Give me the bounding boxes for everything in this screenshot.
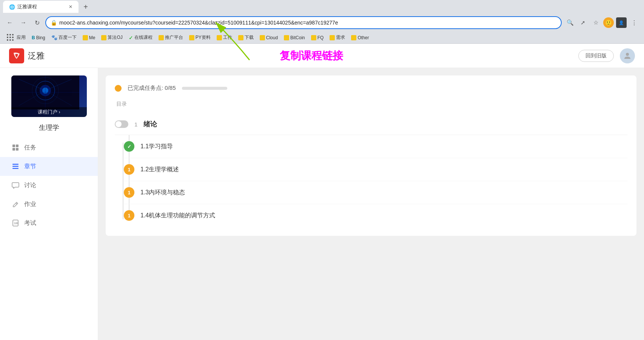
progress-dot [115, 85, 122, 92]
lessons-list: ✓ 1.1学习指导 1 1.2生理学概述 1 1.3内环境与稳态 [115, 135, 627, 227]
lesson-badge-done: ✓ [124, 141, 134, 152]
svg-rect-17 [12, 164, 18, 165]
svg-rect-15 [12, 148, 15, 151]
svg-rect-14 [16, 145, 18, 147]
svg-point-1 [626, 53, 629, 56]
sidebar-item-task[interactable]: 任务 [0, 138, 98, 157]
list-item[interactable]: 1 1.3内环境与稳态 [124, 181, 627, 204]
bookmark-bing[interactable]: B Bing [29, 34, 48, 41]
sidebar-item-discussion[interactable]: 讨论 [0, 176, 98, 195]
back-button[interactable]: ← [5, 17, 15, 28]
folder-icon [83, 35, 88, 40]
sidebar-item-chapter-label: 章节 [24, 163, 36, 171]
tab-close-icon[interactable]: ✕ [69, 4, 72, 9]
sidebar-nav: 任务 章节 [0, 138, 98, 232]
bookmark-apps[interactable]: 应用 [5, 33, 28, 42]
section-label: 目录 [115, 101, 627, 108]
logo-box [9, 48, 24, 63]
sidebar: 课程门户 › 生理学 任务 [0, 68, 98, 340]
bookmark-tuiguang[interactable]: 推广平台 [156, 34, 185, 42]
sidebar-item-exam-label: 考试 [24, 219, 36, 227]
back-old-version-button[interactable]: 回到旧版 [578, 50, 614, 62]
progress-bar [182, 87, 227, 90]
sidebar-item-discussion-label: 讨论 [24, 182, 36, 189]
bookmark-tuiguang-label: 推广平台 [165, 34, 183, 41]
lesson-badge-pending: 1 [124, 164, 134, 175]
lesson-title: 1.4机体生理功能的调节方式 [140, 212, 215, 220]
bookmark-bitcoin-label: BitCoin [290, 35, 305, 40]
folder-icon [189, 35, 194, 40]
baidu-icon: 🐾 [51, 35, 57, 40]
bookmark-me-label: Me [89, 35, 96, 40]
menu-icon[interactable]: ⋮ [629, 17, 639, 28]
extensions-icon[interactable]: 👤 [616, 17, 627, 28]
chapter-title: 绪论 [143, 120, 157, 129]
bookmarks-bar: 应用 B Bing 🐾 百度一下 Me 算法OJ ✓ 在线课程 推广平台 PY资… [0, 32, 644, 44]
logo-text: 泛雅 [28, 50, 45, 62]
bookmark-onlinecourse[interactable]: ✓ 在线课程 [126, 34, 155, 42]
chapter-header[interactable]: 1 绪论 [115, 114, 627, 135]
svg-text:100: 100 [14, 222, 18, 225]
bookmark-apps-label: 应用 [17, 34, 26, 41]
chapter-toggle[interactable] [115, 120, 128, 128]
bookmark-other-label: Other [357, 35, 369, 40]
header-right: 回到旧版 [578, 48, 635, 63]
forward-button[interactable]: → [18, 17, 29, 28]
connector-line [123, 143, 123, 219]
bookmark-baidu[interactable]: 🐾 百度一下 [49, 34, 79, 42]
bing-icon: B [32, 35, 35, 40]
copy-link-label: 复制课程链接 [280, 49, 343, 63]
list-item[interactable]: ✓ 1.1学习指导 [124, 135, 627, 158]
svg-rect-19 [12, 168, 18, 169]
folder-icon [311, 35, 316, 40]
tab-title: 泛雅课程 [17, 3, 37, 10]
reload-button[interactable]: ↻ [32, 17, 42, 28]
svg-rect-13 [12, 145, 15, 147]
sidebar-item-homework-label: 作业 [24, 200, 36, 208]
bookmark-py[interactable]: PY资料 [187, 34, 213, 42]
logo-icon [12, 51, 21, 60]
lessons-container: ✓ 1.1学习指导 1 1.2生理学概述 1 1.3内环境与稳态 [118, 135, 627, 227]
sidebar-item-homework[interactable]: 作业 [0, 195, 98, 214]
chat-icon [11, 181, 20, 189]
sidebar-item-chapter[interactable]: 章节 [0, 157, 98, 176]
avatar[interactable] [620, 48, 635, 63]
folder-icon [330, 35, 335, 40]
logo-area: 泛雅 [9, 48, 45, 63]
address-bar[interactable]: 🔒 mooc2-ans.chaoxing.com/mycourse/stu?co… [45, 16, 562, 29]
search-button[interactable]: 🔍 [565, 17, 575, 28]
bookmark-fq-label: FQ [317, 35, 324, 40]
bookmark-button[interactable]: ☆ [590, 17, 601, 28]
bookmark-me[interactable]: Me [80, 34, 98, 41]
lesson-title: 1.2生理学概述 [140, 166, 179, 174]
profile-icon[interactable]: 🙂 [603, 17, 614, 28]
svg-rect-16 [16, 148, 18, 151]
svg-rect-18 [12, 166, 18, 167]
lock-icon: 🔒 [51, 20, 57, 26]
bookmark-xiqiu[interactable]: 需求 [327, 34, 347, 42]
list-icon [11, 162, 20, 171]
content-area: 已完成任务点: 0/85 目录 1 绪论 [98, 68, 644, 340]
avatar-icon [623, 51, 632, 60]
browser-chrome: 🌐 泛雅课程 ✕ + ← → ↻ 🔒 mooc2-ans.chaoxing.co… [0, 0, 644, 44]
bookmark-suanfaoj[interactable]: 算法OJ [99, 34, 125, 42]
thumbnail-label[interactable]: 课程门户 › [11, 107, 87, 117]
tab-favicon: 🌐 [9, 4, 15, 10]
lesson-badge-pending: 1 [124, 210, 134, 221]
bookmark-fq[interactable]: FQ [309, 34, 326, 41]
list-item[interactable]: 1 1.4机体生理功能的调节方式 [124, 204, 627, 227]
grid-icon [11, 143, 20, 152]
share-button[interactable]: ➚ [578, 17, 588, 28]
browser-tab[interactable]: 🌐 泛雅课程 ✕ [3, 1, 79, 13]
bookmark-xiqiu-label: 需求 [336, 34, 345, 41]
new-tab-button[interactable]: + [80, 1, 91, 12]
folder-icon [159, 35, 164, 40]
edit-icon [11, 200, 20, 208]
check-icon: ✓ [129, 35, 133, 41]
list-item[interactable]: 1 1.2生理学概述 [124, 158, 627, 181]
course-thumbnail[interactable]: 课程门户 › [11, 75, 87, 117]
bookmark-onlinecourse-label: 在线课程 [134, 34, 153, 41]
sidebar-item-exam[interactable]: 100 考试 [0, 214, 98, 232]
bookmark-other[interactable]: Other [349, 34, 371, 41]
exam-icon: 100 [11, 219, 20, 227]
